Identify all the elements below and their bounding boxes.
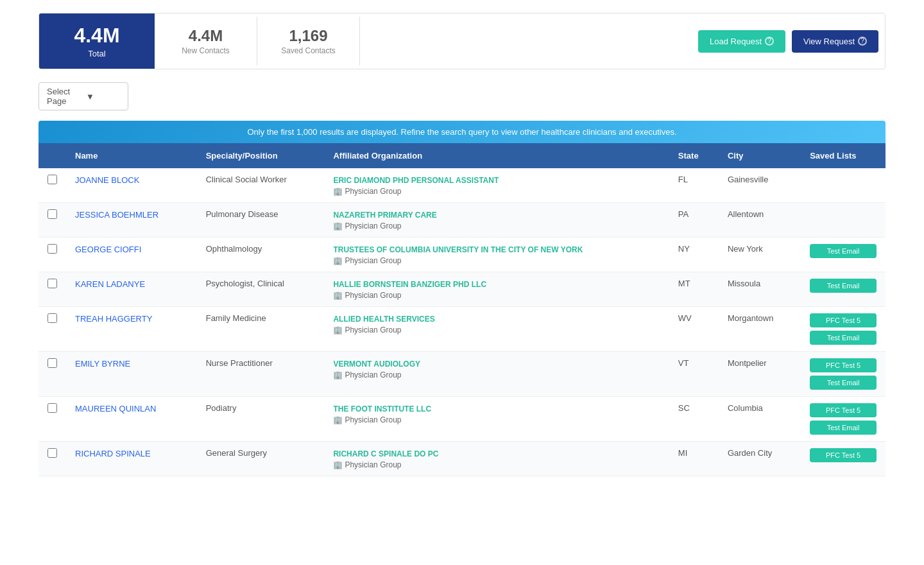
org-type-text: Physician Group (345, 370, 401, 379)
row-checkbox[interactable] (47, 209, 57, 219)
saved-contacts-number: 1,169 (277, 27, 340, 45)
header-city: City (719, 143, 801, 168)
contact-name-link[interactable]: MAUREEN QUINLAN (75, 404, 156, 413)
org-type-text: Physician Group (345, 326, 401, 335)
data-table: Name Specialty/Position Affiliated Organ… (38, 143, 886, 476)
city-cell: Columbia (719, 397, 801, 442)
org-name-link[interactable]: NAZARETH PRIMARY CARE (333, 211, 436, 220)
select-page-area: Select Page ▼ (38, 82, 886, 110)
city-cell: New York (719, 238, 801, 272)
row-checkbox[interactable] (47, 448, 57, 458)
org-cell: NAZARETH PRIMARY CARE🏢Physician Group (324, 203, 669, 238)
row-checkbox[interactable] (47, 279, 57, 288)
org-name-link[interactable]: HALLIE BORNSTEIN BANZIGER PHD LLC (333, 280, 486, 289)
org-cell: ALLIED HEALTH SERVICES🏢Physician Group (324, 307, 669, 352)
test-email-button[interactable]: Test Email (810, 376, 877, 390)
org-type: 🏢Physician Group (333, 370, 660, 379)
load-request-button[interactable]: Load Request ? (698, 30, 785, 53)
saved-lists-cell: PFC Test 5 (801, 442, 886, 476)
view-request-icon: ? (858, 37, 867, 46)
contact-name-link[interactable]: GEORGE CIOFFI (75, 245, 141, 254)
specialty-cell: Pulmonary Disease (197, 203, 325, 238)
contact-name-cell: GEORGE CIOFFI (66, 238, 197, 272)
row-checkbox[interactable] (47, 175, 57, 184)
pfc-test-button[interactable]: PFC Test 5 (810, 403, 877, 417)
contact-name-link[interactable]: RICHARD SPINALE (75, 449, 151, 458)
state-cell: MT (669, 272, 719, 307)
building-icon: 🏢 (333, 460, 342, 469)
org-name-link[interactable]: RICHARD C SPINALE DO PC (333, 449, 438, 458)
org-type: 🏢Physician Group (333, 326, 660, 335)
table-row: JESSICA BOEHMLERPulmonary DiseaseNAZARET… (38, 203, 886, 238)
test-email-button[interactable]: Test Email (810, 279, 877, 293)
specialty-cell: Psychologist, Clinical (197, 272, 325, 307)
org-name-link[interactable]: ALLIED HEALTH SERVICES (333, 315, 434, 324)
test-email-button[interactable]: Test Email (810, 331, 877, 345)
org-type: 🏢Physician Group (333, 187, 660, 196)
building-icon: 🏢 (333, 326, 342, 335)
stats-bar: 4.4M Total 4.4M New Contacts 1,169 Saved… (38, 13, 886, 69)
state-cell: PA (669, 203, 719, 238)
building-icon: 🏢 (333, 222, 342, 230)
table-row: EMILY BYRNENurse PractitionerVERMONT AUD… (38, 352, 886, 397)
city-cell: Allentown (719, 203, 801, 238)
view-request-label: View Request (803, 37, 855, 46)
row-checkbox-cell (38, 272, 66, 307)
saved-contacts-label: Saved Contacts (277, 46, 340, 55)
header-specialty: Specialty/Position (197, 143, 325, 168)
row-checkbox-cell (38, 397, 66, 442)
org-type-text: Physician Group (345, 415, 401, 424)
table-header: Name Specialty/Position Affiliated Organ… (38, 143, 886, 168)
pfc-test-button[interactable]: PFC Test 5 (810, 313, 877, 327)
org-name-link[interactable]: THE FOOT INSTITUTE LLC (333, 404, 431, 413)
contact-name-link[interactable]: EMILY BYRNE (75, 359, 130, 369)
org-cell: VERMONT AUDIOLOGY🏢Physician Group (324, 352, 669, 397)
contact-name-link[interactable]: KAREN LADANYE (75, 279, 145, 289)
row-checkbox[interactable] (47, 358, 57, 368)
saved-lists-container: PFC Test 5Test Email (810, 358, 877, 390)
row-checkbox[interactable] (47, 403, 57, 413)
org-cell: TRUSTEES OF COLUMBIA UNIVERSITY IN THE C… (324, 238, 669, 272)
row-checkbox-cell (38, 203, 66, 238)
specialty-cell: Podiatry (197, 397, 325, 442)
table-body: JOANNE BLOCKClinical Social WorkerERIC D… (38, 168, 886, 476)
contact-name-link[interactable]: TREAH HAGGERTY (75, 314, 152, 324)
org-type-text: Physician Group (345, 460, 401, 469)
contact-name-link[interactable]: JESSICA BOEHMLER (75, 210, 158, 220)
contact-name-cell: TREAH HAGGERTY (66, 307, 197, 352)
org-name-link[interactable]: TRUSTEES OF COLUMBIA UNIVERSITY IN THE C… (333, 245, 583, 254)
row-checkbox[interactable] (47, 244, 57, 254)
org-name-link[interactable]: ERIC DIAMOND PHD PERSONAL ASSISTANT (333, 176, 499, 185)
test-email-button[interactable]: Test Email (810, 421, 877, 435)
org-type: 🏢Physician Group (333, 415, 660, 424)
city-cell: Morgantown (719, 307, 801, 352)
org-type-text: Physician Group (345, 222, 401, 230)
state-cell: NY (669, 238, 719, 272)
org-type: 🏢Physician Group (333, 256, 660, 265)
header-name: Name (66, 143, 197, 168)
stat-saved-contacts: 1,169 Saved Contacts (257, 17, 360, 65)
contact-name-cell: EMILY BYRNE (66, 352, 197, 397)
pfc-test-button[interactable]: PFC Test 5 (810, 448, 877, 462)
building-icon: 🏢 (333, 291, 342, 300)
view-request-button[interactable]: View Request ? (792, 30, 878, 53)
total-number: 4.4M (58, 24, 135, 48)
row-checkbox[interactable] (47, 313, 57, 323)
building-icon: 🏢 (333, 415, 342, 424)
contact-name-link[interactable]: JOANNE BLOCK (75, 175, 139, 185)
select-page-dropdown[interactable]: Select Page ▼ (38, 82, 128, 110)
specialty-cell: Family Medicine (197, 307, 325, 352)
row-checkbox-cell (38, 442, 66, 476)
saved-lists-container: PFC Test 5 (810, 448, 877, 462)
org-cell: THE FOOT INSTITUTE LLC🏢Physician Group (324, 397, 669, 442)
test-email-button[interactable]: Test Email (810, 244, 877, 258)
building-icon: 🏢 (333, 187, 342, 196)
row-checkbox-cell (38, 168, 66, 203)
city-cell: Gainesville (719, 168, 801, 203)
pfc-test-button[interactable]: PFC Test 5 (810, 358, 877, 372)
header-org: Affiliated Organization (324, 143, 669, 168)
new-contacts-label: New Contacts (174, 46, 237, 55)
select-page-label: Select Page (47, 87, 81, 106)
org-name-link[interactable]: VERMONT AUDIOLOGY (333, 360, 420, 369)
total-label: Total (58, 49, 135, 58)
